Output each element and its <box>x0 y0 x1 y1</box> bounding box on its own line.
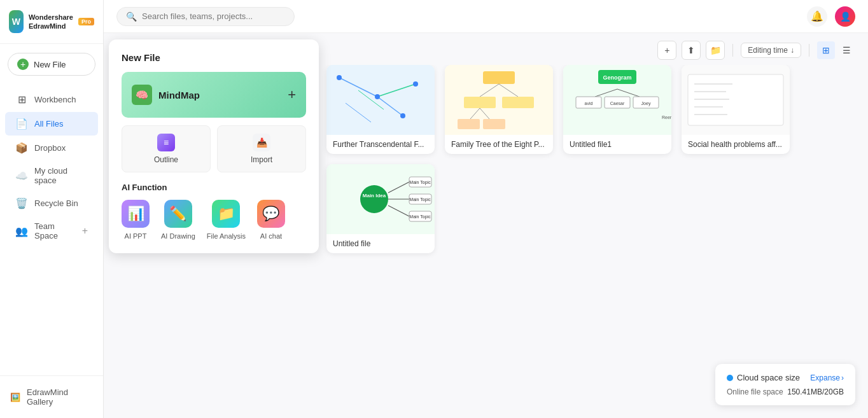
add-team-icon[interactable]: + <box>82 225 88 237</box>
ai-functions: 📊 AI PPT ✏️ AI Drawing 📁 File Analysis 💬… <box>122 200 306 240</box>
sidebar-item-team-space[interactable]: 👥 Team Space + <box>5 216 98 246</box>
import-label: Import <box>251 155 272 164</box>
dropbox-icon: 📦 <box>15 142 28 154</box>
expanse-label: Expanse <box>810 373 840 382</box>
app-name: WondershareEdrawMind <box>29 13 73 31</box>
main-area: 🔍 🔔 👤 New File 🧠 MindMap + ≡ <box>104 0 868 418</box>
list-view-button[interactable]: ☰ <box>837 41 855 59</box>
new-file-panel: New File 🧠 MindMap + ≡ Outline 📥 Import <box>109 39 319 253</box>
expanse-link[interactable]: Expanse › <box>810 373 844 382</box>
search-box[interactable]: 🔍 <box>116 7 295 26</box>
pro-badge: Pro <box>78 18 94 25</box>
import-icon: 📥 <box>253 134 270 151</box>
file-card-3[interactable]: Genogram avid Caesar Joey Reer Untitled … <box>563 65 671 154</box>
outline-card[interactable]: ≡ Outline <box>122 125 211 172</box>
ai-section-title: AI Function <box>122 183 306 192</box>
folder-button[interactable]: 📁 <box>706 41 725 60</box>
cloud-title-label: Cloud space size <box>737 373 800 382</box>
gallery-icon: 🖼️ <box>10 393 20 402</box>
file-name-2: Family Tree of the Eight P... <box>445 135 553 154</box>
ai-analysis-label: File Analysis <box>207 232 246 240</box>
import-card[interactable]: 📥 Import <box>217 125 306 172</box>
svg-text:avid: avid <box>585 101 593 106</box>
ai-analysis-icon: 📁 <box>212 200 240 228</box>
notification-button[interactable]: 🔔 <box>807 6 827 27</box>
cloud-space-label: My cloud space <box>34 166 88 185</box>
cloud-dot-icon <box>727 375 733 381</box>
ai-chat-icon: 💬 <box>257 200 285 228</box>
svg-rect-0 <box>326 65 435 135</box>
sort-down-icon: ↓ <box>790 46 794 55</box>
toolbar-divider2 <box>809 44 809 57</box>
svg-point-7 <box>400 113 405 118</box>
svg-text:Joey: Joey <box>641 101 651 106</box>
file-card-2[interactable]: Family Tree of the Eight P... <box>445 65 553 154</box>
file-thumb-4 <box>682 65 790 135</box>
file-card-5[interactable]: Main Idea Main Topic Main Topic Main Top… <box>326 164 435 253</box>
sidebar-item-all-files[interactable]: 📄 All Files <box>5 112 98 136</box>
cloud-space-card: Cloud space size Expanse › Online file s… <box>715 364 855 405</box>
ai-analysis-item[interactable]: 📁 File Analysis <box>207 200 246 240</box>
ai-drawing-icon: ✏️ <box>164 200 192 228</box>
expanse-arrow-icon: › <box>841 373 844 382</box>
team-space-icon: 👥 <box>15 225 28 237</box>
outline-label: Outline <box>154 155 178 164</box>
file-name-3: Untitled file1 <box>563 135 671 154</box>
cloud-header: Cloud space size Expanse › <box>727 373 844 382</box>
sort-button[interactable]: Editing time ↓ <box>741 43 801 58</box>
share-button[interactable]: ⬆ <box>682 41 701 60</box>
online-file-label: Online file space <box>727 387 783 396</box>
sidebar-footer: 🖼️ EdrawMind Gallery <box>0 375 103 418</box>
plus-icon: + <box>17 59 29 70</box>
sidebar-item-recycle-bin[interactable]: 🗑️ Recycle Bin <box>5 192 98 215</box>
ai-ppt-item[interactable]: 📊 AI PPT <box>122 200 150 240</box>
file-card-4[interactable]: Social health problems aff... <box>682 65 790 154</box>
file-name-5: Untitled file <box>326 234 435 253</box>
file-card-1[interactable]: Further Transcendental F... <box>326 65 435 154</box>
grid-view-button[interactable]: ⊞ <box>817 41 835 59</box>
ai-drawing-item[interactable]: ✏️ AI Drawing <box>161 200 195 240</box>
sidebar-nav: ⊞ Workbench 📄 All Files 📦 Dropbox ☁️ My … <box>0 85 103 375</box>
mindmap-card[interactable]: 🧠 MindMap + <box>122 72 306 118</box>
app-logo: W WondershareEdrawMind Pro <box>0 0 103 44</box>
sidebar-item-dropbox[interactable]: 📦 Dropbox <box>5 136 98 160</box>
gallery-label: EdrawMind Gallery <box>27 387 93 407</box>
search-icon: 🔍 <box>126 11 137 22</box>
sidebar: W WondershareEdrawMind Pro + New File ⊞ … <box>0 0 104 418</box>
workbench-label: Workbench <box>34 95 76 104</box>
sidebar-item-my-cloud-space[interactable]: ☁️ My cloud space <box>5 160 98 191</box>
content-area: New File 🧠 MindMap + ≡ Outline 📥 Import <box>104 33 868 418</box>
ai-chat-item[interactable]: 💬 AI chat <box>257 200 285 240</box>
ai-ppt-label: AI PPT <box>125 232 147 240</box>
recycle-bin-icon: 🗑️ <box>15 197 28 209</box>
add-file-button[interactable]: + <box>657 41 676 60</box>
all-files-label: All Files <box>34 119 64 129</box>
dropbox-label: Dropbox <box>34 143 66 153</box>
cloud-usage-row: Online file space 150.41MB/20GB <box>727 387 844 396</box>
avatar[interactable]: 👤 <box>835 6 855 27</box>
sidebar-item-edrawmind-gallery[interactable]: 🖼️ EdrawMind Gallery <box>10 384 93 410</box>
mindmap-label: MindMap <box>158 90 200 101</box>
svg-text:Main Idea: Main Idea <box>363 193 386 199</box>
team-space-label: Team Space <box>34 221 76 240</box>
logo-icon: W <box>9 10 24 33</box>
header-right: 🔔 👤 <box>807 6 855 27</box>
svg-point-6 <box>413 81 418 87</box>
svg-rect-14 <box>464 97 496 108</box>
new-file-button[interactable]: + New File <box>8 53 95 76</box>
sidebar-item-workbench[interactable]: ⊞ Workbench <box>5 88 98 111</box>
toolbar-divider <box>732 44 733 57</box>
svg-point-5 <box>375 94 380 99</box>
search-input[interactable] <box>142 11 282 21</box>
new-file-label: New File <box>34 60 66 69</box>
all-files-icon: 📄 <box>15 118 28 130</box>
file-name-1: Further Transcendental F... <box>326 135 435 154</box>
file-thumb-2 <box>445 65 553 135</box>
panel-title: New File <box>122 52 306 63</box>
ai-ppt-icon: 📊 <box>122 200 150 228</box>
mindmap-add-icon[interactable]: + <box>288 87 296 103</box>
workbench-icon: ⊞ <box>15 94 28 106</box>
svg-text:Main Topic: Main Topic <box>409 197 431 202</box>
sub-cards: ≡ Outline 📥 Import <box>122 125 306 172</box>
svg-rect-19 <box>483 119 505 129</box>
